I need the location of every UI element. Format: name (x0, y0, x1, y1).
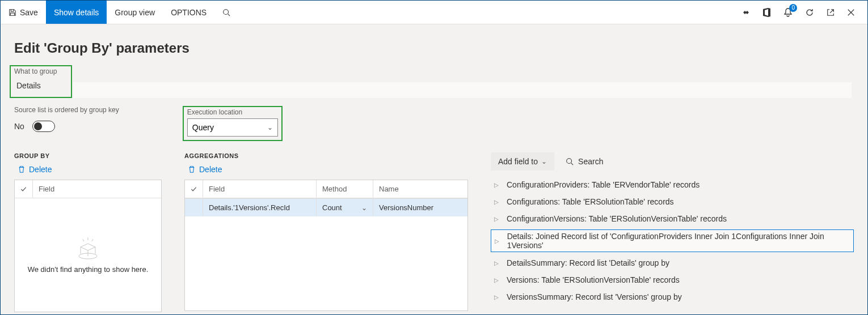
agg-row[interactable]: Details.'1Versions'.RecId Count ⌄ Versio… (185, 198, 467, 216)
exec-location-label: Execution location (187, 108, 278, 116)
chevron-down-icon: ⌄ (541, 158, 547, 165)
agg-name-header[interactable]: Name (373, 180, 467, 198)
toolbar-search-button[interactable] (214, 1, 238, 24)
agg-grid: Field Method Name Details.'1Versions'.Re… (184, 180, 468, 311)
office-icon[interactable] (763, 8, 771, 17)
tree-item-label: VersionsSummary: Record list 'Versions' … (507, 292, 682, 301)
agg-heading: AGGREGATIONS (184, 152, 468, 159)
groupby-empty: We didn't find anything to show here. (15, 198, 161, 312)
save-button[interactable]: Save (1, 1, 46, 24)
tree-item-label: ConfigurationProviders: Table 'ERVendorT… (507, 180, 700, 189)
search-icon (566, 158, 574, 165)
save-label: Save (20, 8, 38, 17)
tree-item[interactable]: ▷ConfigurationProviders: Table 'ERVendor… (491, 178, 854, 191)
what-to-group-row-bg (73, 82, 852, 98)
chevron-down-icon: ⌄ (267, 124, 273, 131)
agg-row-field[interactable]: Details.'1Versions'.RecId (203, 198, 317, 216)
tree-item-label: Details: Joined Record list of 'Configur… (507, 232, 850, 250)
groupby-grid-header: Field (15, 180, 161, 198)
agg-delete-button[interactable]: Delete (188, 165, 468, 174)
tree-item-label: DetailsSummary: Record list 'Details' gr… (507, 258, 669, 267)
show-details-button[interactable]: Show details (46, 1, 107, 24)
link-icon[interactable] (741, 8, 751, 17)
tree-item[interactable]: ▷Configurations: Table 'ERSolutionTable'… (491, 195, 854, 208)
groupby-delete-button[interactable]: Delete (18, 165, 162, 174)
ordered-toggle[interactable] (32, 121, 55, 132)
exec-location-value: Query (192, 123, 214, 132)
options-button[interactable]: OPTIONS (163, 1, 214, 24)
empty-box-icon (75, 237, 101, 259)
field-tree-column: Add field to ⌄ Search ▷ConfigurationProv… (491, 152, 854, 312)
show-details-label: Show details (54, 8, 99, 17)
tree-item[interactable]: ▷VersionsSummary: Record list 'Versions'… (491, 291, 854, 303)
groupby-column: GROUP BY Delete Field We (14, 152, 162, 312)
expand-icon[interactable]: ▷ (494, 294, 500, 300)
expand-icon[interactable]: ▷ (494, 216, 500, 222)
svg-point-0 (224, 9, 229, 14)
expand-icon[interactable]: ▷ (494, 182, 500, 188)
trash-icon (188, 165, 196, 173)
toolbar: Save Show details Group view OPTIONS 0 (1, 1, 867, 24)
ordered-label: Source list is ordered by group key (14, 106, 119, 114)
agg-row-method-value: Count (322, 203, 342, 212)
content-area: Edit 'Group By' parameters What to group… (1, 24, 867, 314)
agg-field-header[interactable]: Field (203, 180, 317, 198)
tree-item-label: Configurations: Table 'ERSolutionTable' … (507, 197, 674, 206)
tree-search-button[interactable]: Search (566, 157, 603, 166)
tree-item[interactable]: ▷Details: Joined Record list of 'Configu… (491, 229, 854, 252)
groupby-delete-label: Delete (29, 165, 52, 174)
add-field-to-button[interactable]: Add field to ⌄ (491, 152, 554, 171)
groupby-check-header[interactable] (15, 180, 33, 198)
what-to-group-value[interactable]: Details (14, 78, 68, 93)
ordered-group: Source list is ordered by group key No (14, 106, 119, 132)
toolbar-left: Save Show details Group view OPTIONS (1, 1, 741, 24)
expand-icon[interactable]: ▷ (494, 260, 500, 266)
agg-delete-label: Delete (199, 165, 222, 174)
settings-row: Source list is ordered by group key No E… (14, 106, 854, 141)
trash-icon (18, 165, 26, 173)
chevron-down-icon: ⌄ (361, 204, 367, 212)
ordered-control: No (14, 121, 119, 132)
agg-check-header[interactable] (185, 180, 203, 198)
tree-item[interactable]: ▷ConfigurationVersions: Table 'ERSolutio… (491, 212, 854, 225)
tree-item-label: Versions: Table 'ERSolutionVersionTable'… (507, 275, 680, 284)
columns: GROUP BY Delete Field We (14, 152, 854, 312)
search-icon (222, 8, 230, 16)
exec-location-highlight: Execution location Query ⌄ (183, 106, 283, 141)
add-field-to-label: Add field to (498, 157, 538, 166)
page-title: Edit 'Group By' parameters (14, 40, 854, 56)
expand-icon[interactable]: ▷ (494, 199, 500, 205)
toolbar-right: 0 (741, 1, 867, 24)
svg-point-3 (567, 159, 572, 164)
group-view-button[interactable]: Group view (107, 1, 163, 24)
what-to-group-highlight: What to group Details (10, 65, 72, 98)
agg-row-name[interactable]: VersionsNumber (373, 198, 467, 216)
options-label: OPTIONS (171, 8, 207, 17)
tree-list: ▷ConfigurationProviders: Table 'ERVendor… (491, 178, 854, 303)
refresh-icon[interactable] (805, 8, 814, 17)
svg-line-1 (228, 14, 230, 16)
svg-line-4 (571, 163, 574, 165)
tree-search-label: Search (578, 157, 603, 166)
popout-icon[interactable] (827, 8, 835, 16)
groupby-empty-text: We didn't find anything to show here. (28, 265, 149, 274)
what-to-group-label: What to group (14, 67, 68, 75)
exec-location-select[interactable]: Query ⌄ (187, 118, 278, 137)
save-icon (9, 8, 16, 16)
group-view-label: Group view (115, 8, 155, 17)
agg-grid-header: Field Method Name (185, 180, 467, 198)
agg-method-header[interactable]: Method (317, 180, 373, 198)
tree-item[interactable]: ▷Versions: Table 'ERSolutionVersionTable… (491, 274, 854, 286)
agg-row-method[interactable]: Count ⌄ (317, 198, 373, 216)
aggregations-column: AGGREGATIONS Delete Field Method Name (184, 152, 468, 312)
notifications-icon[interactable]: 0 (783, 7, 793, 18)
groupby-heading: GROUP BY (14, 152, 162, 159)
groupby-grid: Field We didn't find anything to show he… (14, 180, 162, 312)
agg-row-check[interactable] (185, 198, 203, 216)
groupby-field-header[interactable]: Field (33, 180, 161, 198)
ordered-value: No (14, 122, 24, 131)
expand-icon[interactable]: ▷ (494, 277, 500, 283)
tree-item[interactable]: ▷DetailsSummary: Record list 'Details' g… (491, 257, 854, 269)
expand-icon[interactable]: ▷ (495, 238, 500, 244)
close-icon[interactable] (847, 8, 855, 16)
